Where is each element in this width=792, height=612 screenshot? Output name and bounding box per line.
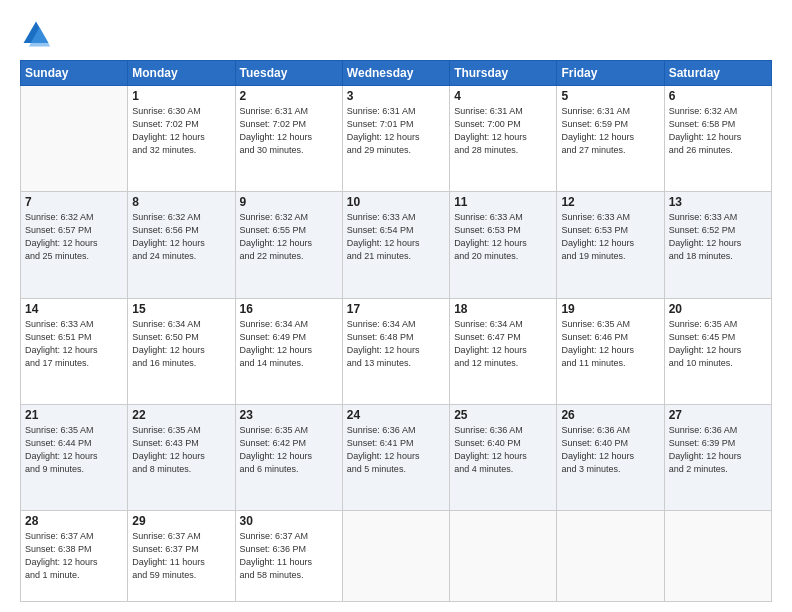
calendar-week-row: 28Sunrise: 6:37 AMSunset: 6:38 PMDayligh… [21, 511, 772, 602]
day-info: Sunrise: 6:33 AMSunset: 6:52 PMDaylight:… [669, 211, 767, 263]
day-of-week-header: Saturday [664, 61, 771, 86]
calendar-day-cell: 26Sunrise: 6:36 AMSunset: 6:40 PMDayligh… [557, 404, 664, 510]
day-info: Sunrise: 6:31 AMSunset: 7:02 PMDaylight:… [240, 105, 338, 157]
day-of-week-header: Tuesday [235, 61, 342, 86]
calendar-day-cell: 2Sunrise: 6:31 AMSunset: 7:02 PMDaylight… [235, 86, 342, 192]
header [20, 18, 772, 50]
calendar-day-cell: 5Sunrise: 6:31 AMSunset: 6:59 PMDaylight… [557, 86, 664, 192]
day-number: 14 [25, 302, 123, 316]
calendar-day-cell [21, 86, 128, 192]
day-info: Sunrise: 6:31 AMSunset: 7:01 PMDaylight:… [347, 105, 445, 157]
calendar-day-cell: 29Sunrise: 6:37 AMSunset: 6:37 PMDayligh… [128, 511, 235, 602]
day-number: 21 [25, 408, 123, 422]
calendar-day-cell [664, 511, 771, 602]
page: SundayMondayTuesdayWednesdayThursdayFrid… [0, 0, 792, 612]
calendar-day-cell: 27Sunrise: 6:36 AMSunset: 6:39 PMDayligh… [664, 404, 771, 510]
calendar-day-cell: 15Sunrise: 6:34 AMSunset: 6:50 PMDayligh… [128, 298, 235, 404]
day-info: Sunrise: 6:35 AMSunset: 6:42 PMDaylight:… [240, 424, 338, 476]
calendar-day-cell: 19Sunrise: 6:35 AMSunset: 6:46 PMDayligh… [557, 298, 664, 404]
calendar-week-row: 14Sunrise: 6:33 AMSunset: 6:51 PMDayligh… [21, 298, 772, 404]
calendar-day-cell [450, 511, 557, 602]
day-info: Sunrise: 6:31 AMSunset: 6:59 PMDaylight:… [561, 105, 659, 157]
day-info: Sunrise: 6:30 AMSunset: 7:02 PMDaylight:… [132, 105, 230, 157]
day-info: Sunrise: 6:32 AMSunset: 6:58 PMDaylight:… [669, 105, 767, 157]
day-number: 10 [347, 195, 445, 209]
day-of-week-header: Wednesday [342, 61, 449, 86]
day-info: Sunrise: 6:37 AMSunset: 6:37 PMDaylight:… [132, 530, 230, 582]
calendar-day-cell: 3Sunrise: 6:31 AMSunset: 7:01 PMDaylight… [342, 86, 449, 192]
day-number: 22 [132, 408, 230, 422]
day-info: Sunrise: 6:33 AMSunset: 6:54 PMDaylight:… [347, 211, 445, 263]
calendar-week-row: 7Sunrise: 6:32 AMSunset: 6:57 PMDaylight… [21, 192, 772, 298]
day-number: 8 [132, 195, 230, 209]
day-number: 25 [454, 408, 552, 422]
calendar-week-row: 21Sunrise: 6:35 AMSunset: 6:44 PMDayligh… [21, 404, 772, 510]
day-number: 30 [240, 514, 338, 528]
calendar-header-row: SundayMondayTuesdayWednesdayThursdayFrid… [21, 61, 772, 86]
calendar-day-cell: 21Sunrise: 6:35 AMSunset: 6:44 PMDayligh… [21, 404, 128, 510]
day-info: Sunrise: 6:37 AMSunset: 6:38 PMDaylight:… [25, 530, 123, 582]
day-info: Sunrise: 6:36 AMSunset: 6:40 PMDaylight:… [454, 424, 552, 476]
calendar-day-cell: 17Sunrise: 6:34 AMSunset: 6:48 PMDayligh… [342, 298, 449, 404]
day-number: 3 [347, 89, 445, 103]
day-number: 13 [669, 195, 767, 209]
calendar-day-cell: 6Sunrise: 6:32 AMSunset: 6:58 PMDaylight… [664, 86, 771, 192]
calendar-day-cell [342, 511, 449, 602]
day-number: 19 [561, 302, 659, 316]
calendar-day-cell: 24Sunrise: 6:36 AMSunset: 6:41 PMDayligh… [342, 404, 449, 510]
day-of-week-header: Monday [128, 61, 235, 86]
day-number: 27 [669, 408, 767, 422]
day-number: 6 [669, 89, 767, 103]
day-info: Sunrise: 6:32 AMSunset: 6:57 PMDaylight:… [25, 211, 123, 263]
calendar-day-cell: 23Sunrise: 6:35 AMSunset: 6:42 PMDayligh… [235, 404, 342, 510]
day-info: Sunrise: 6:36 AMSunset: 6:39 PMDaylight:… [669, 424, 767, 476]
calendar-day-cell: 12Sunrise: 6:33 AMSunset: 6:53 PMDayligh… [557, 192, 664, 298]
day-info: Sunrise: 6:36 AMSunset: 6:40 PMDaylight:… [561, 424, 659, 476]
calendar-day-cell [557, 511, 664, 602]
day-number: 15 [132, 302, 230, 316]
day-info: Sunrise: 6:34 AMSunset: 6:48 PMDaylight:… [347, 318, 445, 370]
calendar-day-cell: 13Sunrise: 6:33 AMSunset: 6:52 PMDayligh… [664, 192, 771, 298]
calendar-table: SundayMondayTuesdayWednesdayThursdayFrid… [20, 60, 772, 602]
calendar-day-cell: 28Sunrise: 6:37 AMSunset: 6:38 PMDayligh… [21, 511, 128, 602]
day-info: Sunrise: 6:32 AMSunset: 6:55 PMDaylight:… [240, 211, 338, 263]
day-number: 5 [561, 89, 659, 103]
day-number: 16 [240, 302, 338, 316]
calendar-day-cell: 7Sunrise: 6:32 AMSunset: 6:57 PMDaylight… [21, 192, 128, 298]
day-number: 9 [240, 195, 338, 209]
day-number: 24 [347, 408, 445, 422]
calendar-week-row: 1Sunrise: 6:30 AMSunset: 7:02 PMDaylight… [21, 86, 772, 192]
calendar-day-cell: 18Sunrise: 6:34 AMSunset: 6:47 PMDayligh… [450, 298, 557, 404]
calendar-day-cell: 9Sunrise: 6:32 AMSunset: 6:55 PMDaylight… [235, 192, 342, 298]
day-info: Sunrise: 6:36 AMSunset: 6:41 PMDaylight:… [347, 424, 445, 476]
day-info: Sunrise: 6:33 AMSunset: 6:51 PMDaylight:… [25, 318, 123, 370]
calendar-day-cell: 14Sunrise: 6:33 AMSunset: 6:51 PMDayligh… [21, 298, 128, 404]
day-info: Sunrise: 6:34 AMSunset: 6:50 PMDaylight:… [132, 318, 230, 370]
day-number: 1 [132, 89, 230, 103]
day-number: 12 [561, 195, 659, 209]
day-number: 17 [347, 302, 445, 316]
day-info: Sunrise: 6:33 AMSunset: 6:53 PMDaylight:… [454, 211, 552, 263]
calendar-day-cell: 1Sunrise: 6:30 AMSunset: 7:02 PMDaylight… [128, 86, 235, 192]
day-info: Sunrise: 6:35 AMSunset: 6:44 PMDaylight:… [25, 424, 123, 476]
day-number: 23 [240, 408, 338, 422]
day-info: Sunrise: 6:31 AMSunset: 7:00 PMDaylight:… [454, 105, 552, 157]
day-info: Sunrise: 6:35 AMSunset: 6:45 PMDaylight:… [669, 318, 767, 370]
calendar-day-cell: 16Sunrise: 6:34 AMSunset: 6:49 PMDayligh… [235, 298, 342, 404]
calendar-day-cell: 8Sunrise: 6:32 AMSunset: 6:56 PMDaylight… [128, 192, 235, 298]
logo [20, 18, 56, 50]
calendar-day-cell: 4Sunrise: 6:31 AMSunset: 7:00 PMDaylight… [450, 86, 557, 192]
day-info: Sunrise: 6:34 AMSunset: 6:49 PMDaylight:… [240, 318, 338, 370]
day-info: Sunrise: 6:37 AMSunset: 6:36 PMDaylight:… [240, 530, 338, 582]
calendar-day-cell: 20Sunrise: 6:35 AMSunset: 6:45 PMDayligh… [664, 298, 771, 404]
day-number: 18 [454, 302, 552, 316]
day-number: 7 [25, 195, 123, 209]
logo-icon [20, 18, 52, 50]
day-info: Sunrise: 6:33 AMSunset: 6:53 PMDaylight:… [561, 211, 659, 263]
day-info: Sunrise: 6:32 AMSunset: 6:56 PMDaylight:… [132, 211, 230, 263]
day-of-week-header: Sunday [21, 61, 128, 86]
calendar-day-cell: 11Sunrise: 6:33 AMSunset: 6:53 PMDayligh… [450, 192, 557, 298]
calendar-day-cell: 22Sunrise: 6:35 AMSunset: 6:43 PMDayligh… [128, 404, 235, 510]
day-number: 11 [454, 195, 552, 209]
day-info: Sunrise: 6:35 AMSunset: 6:43 PMDaylight:… [132, 424, 230, 476]
